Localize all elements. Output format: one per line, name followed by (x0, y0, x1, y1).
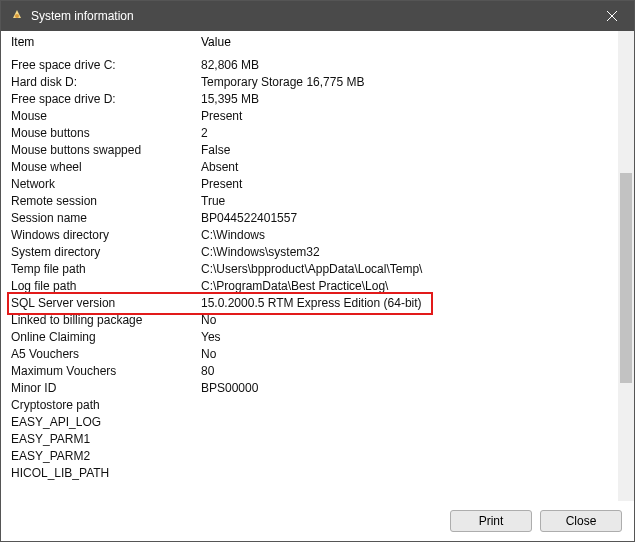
item-label: Linked to billing package (11, 312, 201, 329)
item-label: Mouse buttons swapped (11, 142, 201, 159)
item-label: A5 Vouchers (11, 346, 201, 363)
button-bar: Print Close (1, 501, 634, 541)
item-label: Session name (11, 210, 201, 227)
item-label: HICOL_LIB_PATH (11, 465, 201, 482)
list-item[interactable]: SQL Server version15.0.2000.5 RTM Expres… (11, 295, 624, 312)
item-value: Present (201, 176, 624, 193)
list-item[interactable]: EASY_PARM1 (11, 431, 624, 448)
list-item[interactable]: NetworkPresent (11, 176, 624, 193)
item-value: Yes (201, 329, 624, 346)
item-label: EASY_PARM2 (11, 448, 201, 465)
item-label: Hard disk D: (11, 74, 201, 91)
item-value (201, 448, 624, 465)
item-label: Cryptostore path (11, 397, 201, 414)
item-label: EASY_PARM1 (11, 431, 201, 448)
list-item[interactable]: HICOL_LIB_PATH (11, 465, 624, 482)
svg-point-0 (15, 14, 19, 18)
title-bar[interactable]: System information (1, 1, 634, 31)
item-value: False (201, 142, 624, 159)
header-value[interactable]: Value (201, 35, 624, 49)
list-item[interactable]: Mouse buttons2 (11, 125, 624, 142)
item-label: Free space drive D: (11, 91, 201, 108)
item-value: Present (201, 108, 624, 125)
item-label: Temp file path (11, 261, 201, 278)
list-item[interactable]: Mouse wheelAbsent (11, 159, 624, 176)
item-value: 82,806 MB (201, 57, 624, 74)
list-item[interactable]: Linked to billing packageNo (11, 312, 624, 329)
list-item[interactable]: Windows directoryC:\Windows (11, 227, 624, 244)
rows-container: Free space drive C:82,806 MBHard disk D:… (1, 53, 634, 482)
window-title: System information (31, 9, 590, 23)
list-item[interactable]: Mouse buttons swappedFalse (11, 142, 624, 159)
item-value: 15,395 MB (201, 91, 624, 108)
item-label: Mouse (11, 108, 201, 125)
list-item[interactable]: Free space drive C:82,806 MB (11, 57, 624, 74)
scrollbar-thumb[interactable] (620, 173, 632, 383)
item-value: Temporary Storage 16,775 MB (201, 74, 624, 91)
item-value: C:\ProgramData\Best Practice\Log\ (201, 278, 624, 295)
list-item[interactable]: Hard disk D:Temporary Storage 16,775 MB (11, 74, 624, 91)
item-label: Maximum Vouchers (11, 363, 201, 380)
item-value: BP044522401557 (201, 210, 624, 227)
print-button[interactable]: Print (450, 510, 532, 532)
window-close-button[interactable] (590, 1, 634, 31)
header-item[interactable]: Item (11, 35, 201, 49)
item-value (201, 431, 624, 448)
item-value: No (201, 312, 624, 329)
item-value: True (201, 193, 624, 210)
item-value: C:\Windows (201, 227, 624, 244)
item-label: Network (11, 176, 201, 193)
list-item[interactable]: EASY_API_LOG (11, 414, 624, 431)
list-item[interactable]: A5 VouchersNo (11, 346, 624, 363)
list-item[interactable]: Remote sessionTrue (11, 193, 624, 210)
close-button[interactable]: Close (540, 510, 622, 532)
list-item[interactable]: System directoryC:\Windows\system32 (11, 244, 624, 261)
list-item[interactable]: Cryptostore path (11, 397, 624, 414)
list-item[interactable]: EASY_PARM2 (11, 448, 624, 465)
list-item[interactable]: Session nameBP044522401557 (11, 210, 624, 227)
column-headers[interactable]: Item Value (1, 31, 634, 53)
item-label: Mouse buttons (11, 125, 201, 142)
item-value: C:\Users\bpproduct\AppData\Local\Temp\ (201, 261, 624, 278)
list-item[interactable]: Maximum Vouchers80 (11, 363, 624, 380)
list-item[interactable]: Free space drive D:15,395 MB (11, 91, 624, 108)
item-value: 2 (201, 125, 624, 142)
content-area: Item Value Free space drive C:82,806 MBH… (1, 31, 634, 501)
list-item[interactable]: Log file pathC:\ProgramData\Best Practic… (11, 278, 624, 295)
item-value: BPS00000 (201, 380, 624, 397)
item-label: Log file path (11, 278, 201, 295)
item-label: Remote session (11, 193, 201, 210)
item-value: 15.0.2000.5 RTM Express Edition (64-bit) (201, 295, 624, 312)
item-label: System directory (11, 244, 201, 261)
scrollbar-track[interactable] (618, 31, 634, 501)
app-icon (9, 8, 25, 24)
item-label: Mouse wheel (11, 159, 201, 176)
list-item[interactable]: MousePresent (11, 108, 624, 125)
list-item[interactable]: Temp file pathC:\Users\bpproduct\AppData… (11, 261, 624, 278)
item-value (201, 397, 624, 414)
item-label: Windows directory (11, 227, 201, 244)
item-label: SQL Server version (11, 295, 201, 312)
item-label: Free space drive C: (11, 57, 201, 74)
item-value: Absent (201, 159, 624, 176)
item-value: No (201, 346, 624, 363)
item-label: EASY_API_LOG (11, 414, 201, 431)
item-value: 80 (201, 363, 624, 380)
close-icon (607, 11, 617, 21)
item-value (201, 465, 624, 482)
item-label: Minor ID (11, 380, 201, 397)
list-item[interactable]: Minor IDBPS00000 (11, 380, 624, 397)
item-value: C:\Windows\system32 (201, 244, 624, 261)
item-value (201, 414, 624, 431)
list-item[interactable]: Online ClaimingYes (11, 329, 624, 346)
item-label: Online Claiming (11, 329, 201, 346)
